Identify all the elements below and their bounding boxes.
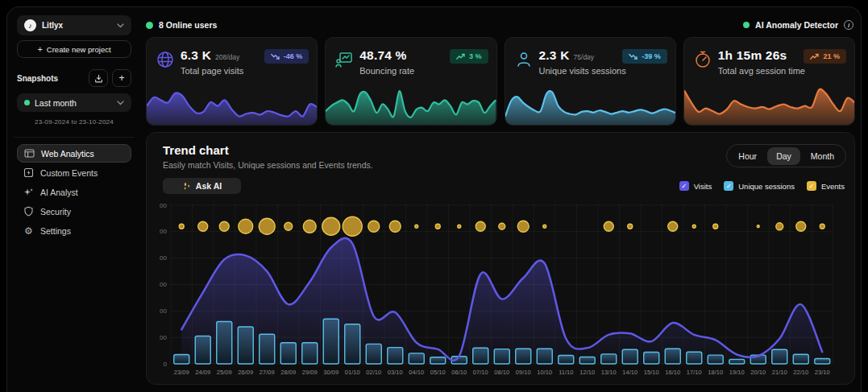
trend-down-icon (271, 53, 280, 60)
card-sparkline (147, 83, 317, 126)
info-icon[interactable]: i (844, 20, 853, 30)
svg-text:600: 600 (160, 202, 168, 209)
trend-up-icon (810, 53, 819, 60)
sparkles-icon (23, 187, 34, 197)
sidebar: ♪ Litlyx + Create new project Snapshots … (7, 7, 141, 392)
create-project-label: Create new project (47, 45, 111, 54)
sidebar-item-label: Custom Events (40, 168, 98, 178)
sidebar-item-custom-events[interactable]: Custom Events (17, 163, 131, 182)
user-icon (514, 50, 534, 69)
svg-text:17/10: 17/10 (687, 369, 702, 376)
sidebar-item-security[interactable]: Security (17, 202, 131, 221)
svg-text:01/10: 01/10 (345, 369, 360, 376)
svg-text:26/09: 26/09 (238, 369, 253, 376)
svg-text:14/10: 14/10 (622, 369, 638, 376)
sidebar-item-label: AI Analyst (40, 188, 78, 197)
export-snapshot-button[interactable] (89, 69, 108, 87)
legend-label: Unique sessions (738, 182, 795, 191)
trend-chart-panel: Trend chart Easily match Visits, Unique … (146, 132, 855, 385)
chevron-down-icon (117, 23, 124, 28)
card-trend-badge: -39 % (622, 49, 667, 64)
trend-up-icon (456, 53, 465, 60)
svg-text:08/10: 08/10 (494, 369, 509, 376)
ai-anomaly-detector: AI Anomaly Detector i (743, 20, 853, 30)
trend-chart[interactable]: 010020030040050060023/0924/0925/0926/092… (160, 197, 843, 379)
svg-text:23/09: 23/09 (174, 369, 189, 376)
chevron-down-icon (117, 101, 124, 105)
anomaly-status-dot (743, 22, 750, 28)
app-window: ♪ Litlyx + Create new project Snapshots … (6, 6, 862, 392)
svg-text:200: 200 (160, 307, 168, 315)
legend-item-visits[interactable]: ✓ Visits (679, 181, 712, 191)
card-label: Total page visits (181, 66, 243, 76)
sidebar-item-ai-analyst[interactable]: AI Analyst (17, 183, 131, 201)
card-value: 2.3 K (539, 48, 570, 63)
anomaly-label: AI Anomaly Detector (755, 20, 838, 30)
create-project-button[interactable]: + Create new project (17, 40, 131, 58)
badge-value: -46 % (284, 52, 303, 60)
checkbox-checked-icon[interactable]: ✓ (679, 181, 689, 191)
card-total-page-visits: 6.3 K208/day Total page visits -46 % (146, 37, 318, 126)
range-button-month[interactable]: Month (802, 147, 843, 165)
ask-ai-button[interactable]: Ask AI (163, 178, 241, 194)
gear-icon: ⚙ (23, 225, 34, 237)
card-trend-badge: 3 % (450, 49, 488, 64)
svg-text:30/09: 30/09 (323, 369, 338, 376)
svg-text:24/09: 24/09 (195, 369, 210, 376)
litlyx-logo-icon: ♪ (24, 19, 36, 31)
card-bouncing-rate: 48.74 % Bouncing rate 3 % (325, 37, 496, 126)
sidebar-item-web-analytics[interactable]: Web Analytics (17, 144, 131, 163)
snapshots-label: Snapshots (17, 74, 85, 83)
checkbox-checked-icon[interactable]: ✓ (807, 181, 816, 191)
chart-legend: ✓ Visits ✓ Unique sessions ✓ Events (679, 181, 845, 191)
project-name: Litlyx (42, 21, 111, 30)
period-status-dot (24, 100, 30, 105)
legend-label: Events (821, 182, 845, 191)
svg-text:20/10: 20/10 (750, 369, 766, 376)
svg-text:27/09: 27/09 (260, 369, 275, 376)
svg-text:28/09: 28/09 (280, 369, 296, 376)
add-snapshot-button[interactable]: + (112, 69, 131, 87)
range-button-day[interactable]: Day (767, 147, 800, 165)
snapshot-date-range: 23-09-2024 to 23-10-2024 (17, 118, 131, 126)
plus-icon: + (37, 44, 42, 54)
sidebar-item-label: Web Analytics (41, 149, 94, 159)
svg-text:04/10: 04/10 (409, 369, 424, 376)
svg-text:11/10: 11/10 (559, 369, 573, 376)
panel-subtitle: Easily match Visits, Unique sessions and… (163, 160, 373, 170)
legend-item-unique-sessions[interactable]: ✓ Unique sessions (724, 181, 795, 191)
sidebar-item-label: Settings (40, 226, 71, 236)
svg-text:12/10: 12/10 (579, 369, 595, 376)
card-value: 48.74 % (359, 48, 406, 63)
card-unique-visits: 2.3 K75/day Unique visits sessions -39 % (505, 37, 676, 126)
svg-text:21/10: 21/10 (772, 369, 787, 376)
browser-icon (24, 148, 35, 159)
range-button-hour[interactable]: Hour (729, 147, 766, 165)
presentation-icon (334, 50, 354, 69)
card-per-day: 75/day (574, 53, 595, 61)
topbar: 8 Online users AI Anomaly Detector i (146, 17, 853, 33)
card-label: Bouncing rate (359, 66, 414, 76)
card-value: 6.3 K (181, 48, 211, 63)
checkbox-checked-icon[interactable]: ✓ (724, 181, 733, 191)
period-selector[interactable]: Last month (17, 93, 131, 112)
download-icon (94, 74, 103, 83)
legend-item-events[interactable]: ✓ Events (807, 181, 845, 191)
svg-text:23/10: 23/10 (815, 369, 830, 376)
project-selector[interactable]: ♪ Litlyx (17, 15, 131, 35)
card-sparkline (505, 83, 675, 126)
ask-ai-label: Ask AI (196, 181, 222, 191)
online-status-dot (146, 22, 153, 29)
sidebar-item-settings[interactable]: ⚙ Settings (17, 221, 131, 240)
online-users: 8 Online users (146, 20, 217, 30)
card-trend-badge: -46 % (264, 49, 309, 64)
timer-icon (693, 50, 712, 69)
svg-text:25/09: 25/09 (217, 369, 232, 376)
svg-text:29/09: 29/09 (302, 369, 318, 376)
svg-text:07/10: 07/10 (473, 369, 488, 376)
stat-cards-row: 6.3 K208/day Total page visits -46 % 48.… (146, 37, 855, 126)
svg-text:10/10: 10/10 (537, 369, 552, 376)
divider (14, 137, 135, 138)
badge-value: -39 % (642, 52, 661, 60)
globe-icon (156, 50, 175, 69)
